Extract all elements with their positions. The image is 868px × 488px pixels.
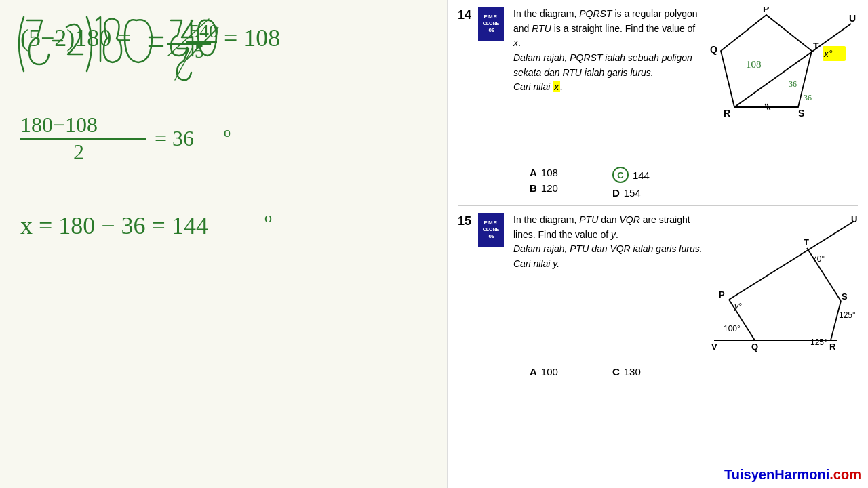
angle-70-label: 70° — [812, 254, 825, 264]
divider-14-15 — [458, 205, 858, 206]
svg-text:x = 180 − 36 = 144: x = 180 − 36 = 144 — [20, 212, 208, 239]
angle-36a-label: 36 — [789, 79, 797, 89]
label-U15: U — [851, 214, 857, 224]
answer-14D: D 154 — [612, 187, 650, 199]
label-T: T — [813, 41, 819, 52]
svg-text:2: 2 — [73, 140, 84, 164]
label-U: U — [849, 13, 856, 24]
svg-line-28 — [729, 300, 755, 340]
angle-x-label: x° — [823, 48, 833, 59]
q15-answers: A 100 C 130 — [530, 366, 858, 378]
label-T15: T — [804, 237, 809, 247]
label-Q15: Q — [751, 342, 758, 352]
watermark-blue: TuisyenHarmoni — [724, 467, 829, 482]
angle-36b-label: 36 — [804, 93, 812, 102]
textbook-panel: 14 PMR CLONE '06 In the diagram, PQRST i… — [448, 0, 868, 488]
diagram-14: P Q R S T U 108 x° — [709, 7, 858, 163]
svg-text:o: o — [224, 125, 231, 140]
pmr-badge-15: PMR CLONE '06 — [478, 213, 504, 247]
q14-text: In the diagram, PQRST is a regular polyg… — [513, 7, 705, 95]
label-S: S — [798, 108, 804, 119]
question-15: 15 PMR CLONE '06 In the diagram, PTU dan… — [458, 213, 858, 378]
q15-number: 15 — [458, 213, 478, 378]
label-Q: Q — [710, 44, 717, 55]
q14-number: 14 — [458, 7, 478, 199]
diagram-15: P T U V Q R S 70° 125° 125° 100° y° — [709, 213, 858, 362]
answer-circle-C: C — [612, 167, 629, 183]
answer-14C: C 144 — [612, 167, 650, 183]
answer-15C: C 130 — [612, 366, 641, 378]
question-14: 14 PMR CLONE '06 In the diagram, PQRST i… — [458, 7, 858, 199]
svg-line-26 — [729, 221, 854, 300]
svg-text:o: o — [264, 209, 272, 226]
label-P15: P — [719, 289, 725, 300]
svg-text:180−108: 180−108 — [20, 113, 98, 137]
watermark: TuisyenHarmoni.com — [724, 467, 861, 483]
pmr-badge-14: PMR CLONE '06 — [478, 7, 504, 41]
svg-line-29 — [831, 301, 841, 340]
angle-108-label: 108 — [746, 59, 762, 70]
svg-text:= 108: = 108 — [224, 24, 280, 52]
angle-125S-label: 125° — [839, 310, 856, 320]
angle-y-label: y° — [734, 302, 742, 311]
angle-100-label: 100° — [724, 324, 741, 333]
label-V15: V — [711, 342, 717, 352]
equation1: (5−2)180 = — [20, 24, 132, 52]
q14-answers: A 108 B 120 C 144 D 154 — [530, 167, 858, 199]
answer-15A: A 100 — [530, 366, 558, 378]
label-S15: S — [842, 291, 848, 302]
angle-125R-label: 125° — [810, 338, 827, 347]
label-R15: R — [829, 342, 836, 352]
watermark-red: .com — [829, 467, 861, 482]
q15-text: In the diagram, PTU dan VQR are straight… — [513, 213, 705, 272]
whiteboard-panel: (5−2)180 = 540 5 = 108 180−108 2 = 36 o … — [0, 0, 448, 488]
label-R: R — [724, 108, 730, 119]
svg-text:= 36: = 36 — [155, 126, 194, 150]
label-P: P — [763, 7, 769, 14]
answer-14A: A 108 — [530, 167, 558, 178]
answer-14B: B 120 — [530, 182, 558, 194]
